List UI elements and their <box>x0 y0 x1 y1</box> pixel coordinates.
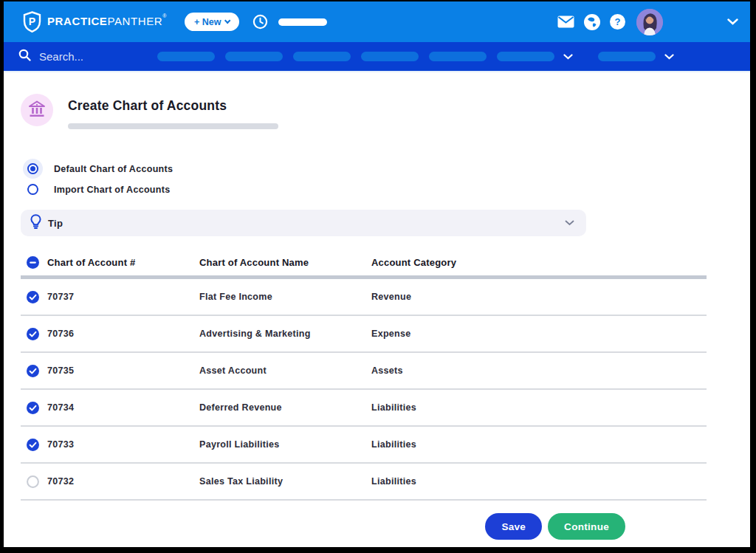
nav-item-placeholder[interactable] <box>429 52 487 61</box>
lightbulb-icon <box>30 214 41 232</box>
save-button[interactable]: Save <box>485 513 542 540</box>
table-row: 70733 Payroll Liabilities Liabilities <box>21 427 707 464</box>
top-bar: P PRACTICEPANTHER® + New <box>4 1 750 42</box>
table-header-row: Chart of Account # Chart of Account Name… <box>21 255 707 269</box>
user-avatar[interactable] <box>636 9 663 35</box>
chart-source-options: Default Chart of Accounts Import Chart o… <box>21 163 707 195</box>
account-category: Assets <box>371 365 707 376</box>
table-row: 70734 Deferred Revenue Liabilities <box>21 390 707 427</box>
radio-default-chart[interactable]: Default Chart of Accounts <box>21 163 707 174</box>
search-input[interactable] <box>38 49 137 63</box>
search-box[interactable] <box>18 49 137 64</box>
account-menu-chevron-icon[interactable] <box>727 18 738 25</box>
nav-bar <box>4 42 750 72</box>
search-icon <box>18 49 31 64</box>
continue-button[interactable]: Continue <box>548 513 625 540</box>
account-number: 70735 <box>47 365 199 376</box>
nav-item-placeholder[interactable] <box>598 52 656 61</box>
bank-icon <box>28 100 46 120</box>
nav-item-placeholder[interactable] <box>157 52 215 61</box>
radio-label: Default Chart of Accounts <box>54 164 173 174</box>
account-number: 70733 <box>47 439 199 450</box>
table-row: 70732 Sales Tax Liability Liabilities <box>21 464 707 501</box>
form-actions: Save Continue <box>21 513 707 540</box>
messages-envelope-icon[interactable] <box>557 16 574 28</box>
redacted-topbar-text <box>278 18 327 26</box>
account-name: Flat Fee Income <box>199 292 371 302</box>
svg-text:P: P <box>29 16 35 27</box>
account-category: Liabilities <box>371 476 707 487</box>
app-window: P PRACTICEPANTHER® + New <box>4 1 750 547</box>
new-button[interactable]: + New <box>185 13 239 31</box>
account-name: Sales Tax Liability <box>199 476 371 487</box>
row-checkbox[interactable] <box>27 328 39 340</box>
bank-icon-badge <box>21 94 53 126</box>
timer-clock-icon[interactable] <box>252 14 268 30</box>
redacted-subtitle-bar <box>68 123 278 129</box>
nav-item-placeholder[interactable] <box>293 52 351 61</box>
row-checkbox[interactable] <box>27 365 39 377</box>
nav-menu-items <box>157 42 674 71</box>
nav-item-placeholder[interactable] <box>361 52 419 61</box>
shield-logo-icon: P <box>23 11 41 32</box>
page-header: Create Chart of Accounts <box>21 94 707 129</box>
account-name: Deferred Revenue <box>199 402 371 413</box>
radio-icon <box>27 163 38 174</box>
main-content: Create Chart of Accounts Default Chart o… <box>4 94 707 540</box>
account-number: 70734 <box>47 402 199 413</box>
row-checkbox[interactable] <box>27 475 39 488</box>
column-header-number[interactable]: Chart of Account # <box>47 257 199 268</box>
chevron-down-icon <box>224 17 230 24</box>
brand-wordmark: PRACTICEPANTHER® <box>47 15 167 27</box>
row-checkbox[interactable] <box>27 439 39 451</box>
row-checkbox[interactable] <box>27 402 39 414</box>
account-number: 70736 <box>47 329 199 339</box>
column-header-category[interactable]: Account Category <box>371 257 707 268</box>
column-header-name[interactable]: Chart of Account Name <box>199 257 371 268</box>
account-name: Advertising & Marketing <box>199 329 371 339</box>
account-number: 70732 <box>47 476 199 487</box>
topbar-right-icons: ? <box>557 9 738 35</box>
account-name: Asset Account <box>199 365 371 376</box>
table-row: 70735 Asset Account Assets <box>21 353 707 390</box>
nav-item-placeholder[interactable] <box>225 52 283 61</box>
account-number: 70737 <box>47 292 199 302</box>
radio-label: Import Chart of Accounts <box>54 185 170 195</box>
tip-label: Tip <box>48 218 63 229</box>
account-category: Revenue <box>371 292 707 302</box>
radio-icon <box>27 184 38 195</box>
account-category: Expense <box>371 329 707 339</box>
nav-dropdown-chevron-icon[interactable] <box>664 54 674 60</box>
select-all-checkbox[interactable] <box>27 256 39 269</box>
svg-text:?: ? <box>615 16 621 27</box>
account-name: Payroll Liabilities <box>199 439 371 450</box>
table-row: 70736 Advertising & Marketing Expense <box>21 316 707 353</box>
radio-import-chart[interactable]: Import Chart of Accounts <box>21 184 707 195</box>
practicepanther-logo[interactable]: P PRACTICEPANTHER® <box>23 11 167 32</box>
page-title: Create Chart of Accounts <box>68 98 278 114</box>
account-category: Liabilities <box>371 402 707 413</box>
table-row: 70737 Flat Fee Income Revenue <box>21 279 707 316</box>
help-question-icon[interactable]: ? <box>610 14 625 30</box>
account-category: Liabilities <box>371 439 707 450</box>
globe-language-icon[interactable] <box>584 14 600 30</box>
tip-expand-chevron-icon[interactable] <box>565 220 574 226</box>
row-checkbox[interactable] <box>27 291 39 303</box>
tip-accordion[interactable]: Tip <box>21 210 586 236</box>
nav-item-placeholder[interactable] <box>497 52 554 61</box>
nav-dropdown-chevron-icon[interactable] <box>563 54 573 60</box>
